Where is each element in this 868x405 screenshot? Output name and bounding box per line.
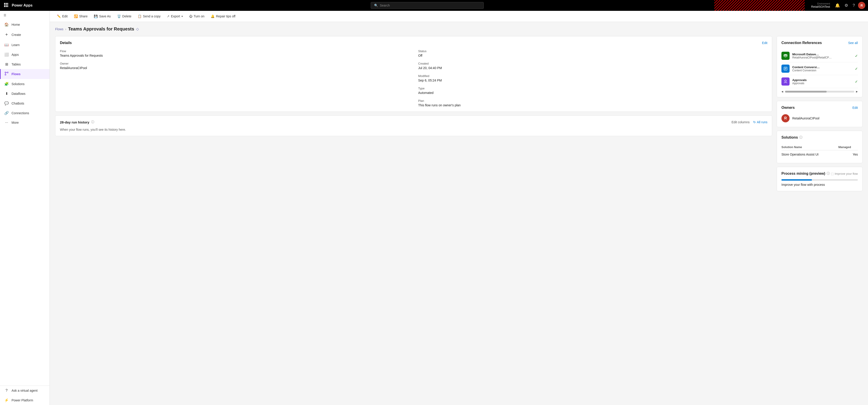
notification-button[interactable]: 🔔	[834, 2, 841, 9]
settings-button[interactable]: ⚙	[843, 2, 849, 9]
all-runs-link[interactable]: ↻ All runs	[753, 120, 767, 124]
delete-button[interactable]: 🗑️ Delete	[114, 13, 134, 20]
save-as-button[interactable]: 💾 Save As	[91, 13, 113, 20]
process-bar-fill	[781, 179, 812, 180]
flow-layout: Details Edit Flow Teams Approvals for Re…	[55, 36, 863, 191]
connection-scrollbar[interactable]: ◀ ▶	[785, 91, 854, 93]
process-mining-title: Process mining (preview)	[781, 172, 825, 176]
send-copy-button[interactable]: 📋 Send a copy	[135, 13, 163, 20]
sidebar-item-chatbots[interactable]: 💬 Chatbots	[0, 98, 50, 108]
search-input[interactable]	[380, 4, 480, 7]
scroll-right-icon[interactable]: ▶	[856, 90, 858, 93]
svg-rect-4	[6, 4, 7, 5]
brand-name: Power Apps	[12, 3, 33, 7]
delete-icon: 🗑️	[117, 14, 121, 18]
improve-flow-button[interactable]: ⬚ Improve your flow	[831, 172, 858, 175]
share-button[interactable]: 🔁 Share	[71, 13, 90, 20]
modified-value: Sep 6, 05:24 PM	[418, 78, 767, 82]
approvals-name: Approvals	[792, 78, 852, 82]
dataverse-status-icon: ✓	[855, 54, 858, 58]
created-value: Jul 20, 04:40 PM	[418, 66, 767, 70]
sidebar-item-learn[interactable]: 📖 Learn	[0, 40, 50, 50]
environment-info: Environment RetailSOATest	[811, 2, 830, 8]
detail-modified: Modified Sep 6, 05:24 PM	[418, 74, 767, 82]
nav-brand-area: Power Apps	[3, 2, 43, 9]
sidebar-item-solutions[interactable]: 🧩 Solutions	[0, 79, 50, 89]
sidebar-label-solutions: Solutions	[11, 82, 25, 86]
sidebar-item-home[interactable]: 🏠 Home	[0, 20, 50, 29]
nav-right-area: Environment RetailSOATest 🔔 ⚙ ? R	[811, 2, 865, 9]
sidebar-item-ask-agent[interactable]: ? Ask a virtual agent	[0, 386, 50, 395]
details-edit-link[interactable]: Edit	[762, 41, 767, 45]
sidebar-label-dataflows: Dataflows	[11, 92, 25, 96]
edit-button[interactable]: ✏️ Edit	[54, 13, 70, 20]
share-label: Share	[79, 14, 88, 18]
sidebar-item-dataflows[interactable]: ⬇ Dataflows	[0, 89, 50, 98]
detail-spacer3	[60, 99, 409, 107]
see-all-link[interactable]: See all	[848, 41, 858, 45]
owners-card: Owners Edit R RetailAuroraCIPool	[777, 101, 863, 127]
search-area: 🔍	[43, 2, 811, 9]
sidebar-item-connections[interactable]: 🔗 Connections	[0, 108, 50, 118]
connection-item-content: Content Conversi… Content Conversion ✓	[781, 62, 858, 75]
toolbar: ✏️ Edit 🔁 Share 💾 Save As 🗑️ Delete 📋 Se…	[50, 11, 868, 22]
content-name: Content Conversi…	[792, 65, 852, 69]
owners-card-header: Owners Edit	[781, 106, 858, 110]
repair-tips-button[interactable]: 🔔 Repair tips off	[208, 13, 238, 20]
sidebar-footer: ? Ask a virtual agent ⚡ Power Platform	[0, 385, 50, 405]
svg-point-11	[5, 74, 6, 75]
search-bar[interactable]: 🔍	[371, 2, 484, 9]
edit-icon: ✏️	[57, 14, 61, 18]
flow-label: Flow	[60, 49, 409, 53]
run-history-info-icon[interactable]: ⓘ	[91, 120, 94, 124]
process-mining-info-icon[interactable]: ⓘ	[827, 172, 830, 176]
svg-rect-0	[4, 3, 5, 4]
learn-icon: 📖	[4, 43, 9, 47]
svg-rect-3	[4, 4, 5, 5]
process-mining-title-group: Process mining (preview) ⓘ	[781, 172, 830, 176]
detail-type: Type Automated	[418, 87, 767, 95]
waffle-menu-button[interactable]	[3, 2, 9, 9]
dataverse-value: RetailAuroraCIPool@RetailCP…	[792, 56, 852, 59]
sidebar-item-apps[interactable]: ⬜ Apps	[0, 50, 50, 59]
detail-flow: Flow Teams Approvals for Requests	[60, 49, 409, 57]
breadcrumb-separator: ›	[65, 27, 66, 31]
export-button[interactable]: ↗ Export ▾	[164, 13, 185, 20]
plan-label: Plan	[418, 99, 767, 102]
connection-item-dataverse: Microsoft Datave… RetailAuroraCIPool@Ret…	[781, 49, 858, 62]
turn-on-icon: ⏻	[189, 14, 192, 18]
content-details: Content Conversi… Content Conversion	[792, 65, 852, 72]
share-icon: 🔁	[74, 14, 78, 18]
sidebar-collapse-button[interactable]: ☰	[0, 11, 50, 20]
breadcrumb-flows-link[interactable]: Flows	[55, 27, 64, 31]
details-grid: Flow Teams Approvals for Requests Status…	[60, 49, 767, 107]
sidebar-item-create[interactable]: + Create	[0, 29, 50, 40]
sidebar-item-tables[interactable]: ⊞ Tables	[0, 59, 50, 69]
sidebar-item-more[interactable]: ··· More	[0, 118, 50, 127]
page-content: Flows › Teams Approvals for Requests ◇ D…	[50, 22, 868, 405]
edit-columns-button[interactable]: Edit columns	[732, 120, 749, 124]
help-button[interactable]: ?	[851, 2, 856, 9]
solutions-info-icon[interactable]: ⓘ	[799, 135, 802, 139]
home-icon: 🏠	[4, 22, 9, 27]
repair-icon: 🔔	[211, 14, 215, 18]
details-card: Details Edit Flow Teams Approvals for Re…	[55, 36, 772, 112]
apps-icon: ⬜	[4, 53, 9, 57]
sidebar-label-tables: Tables	[11, 63, 21, 66]
detail-created: Created Jul 20, 04:40 PM	[418, 62, 767, 70]
ask-agent-icon: ?	[4, 389, 9, 393]
export-icon: ↗	[167, 14, 169, 18]
breadcrumb-current: Teams Approvals for Requests	[68, 26, 134, 32]
process-description: Improve your flow with process	[781, 183, 858, 187]
sidebar-label-learn: Learn	[11, 43, 20, 47]
sidebar-item-power-platform[interactable]: ⚡ Power Platform	[0, 395, 50, 405]
owners-edit-link[interactable]: Edit	[852, 106, 858, 109]
user-avatar[interactable]: R	[858, 2, 865, 9]
sidebar-item-flows[interactable]: Flows	[0, 69, 50, 79]
turn-on-button[interactable]: ⏻ Turn on	[186, 13, 207, 20]
turn-on-label: Turn on	[194, 14, 205, 18]
connection-references-title: Connection References	[781, 41, 822, 45]
sidebar-label-create: Create	[11, 33, 21, 37]
scroll-left-icon[interactable]: ◀	[781, 90, 783, 93]
delete-label: Delete	[122, 14, 131, 18]
